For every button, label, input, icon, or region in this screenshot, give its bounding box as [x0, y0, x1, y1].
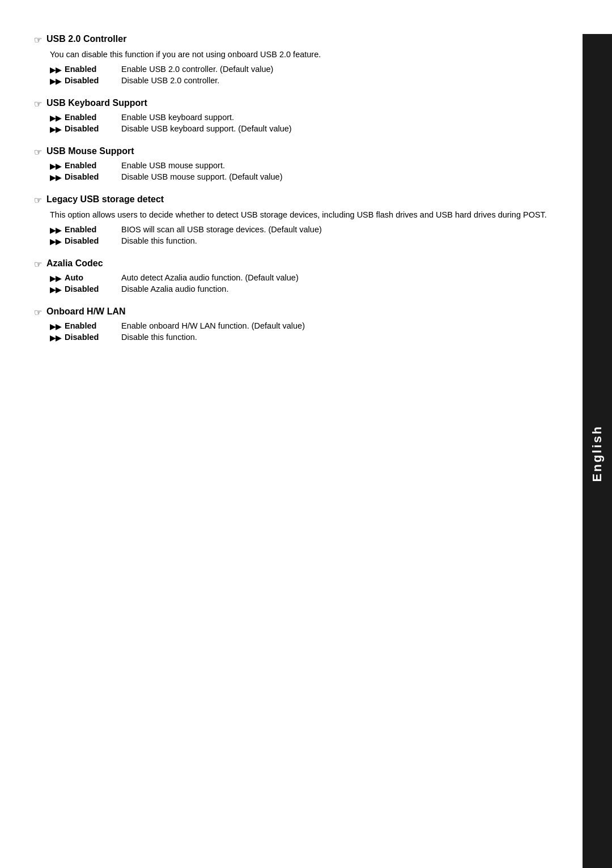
list-item-key: Enabled	[65, 225, 121, 234]
section-description-usb-controller: You can disable this function if you are…	[50, 49, 567, 61]
list-item-key: Enabled	[65, 321, 121, 330]
section-header-usb-controller: ☞USB 2.0 Controller	[34, 34, 567, 45]
list-item-key: Enabled	[65, 65, 121, 74]
list-item-bullet: ▶▶	[50, 237, 61, 246]
section-icon-usb-keyboard: ☞	[34, 99, 42, 109]
section-header-legacy-usb: ☞Legacy USB storage detect	[34, 194, 567, 206]
list-item: ▶▶AutoAuto detect Azalia audio function.…	[50, 273, 567, 283]
list-item-value: Disable USB mouse support. (Default valu…	[121, 172, 283, 181]
option-list-legacy-usb: ▶▶EnabledBIOS will scan all USB storage …	[50, 225, 567, 246]
list-item-bullet: ▶▶	[50, 226, 61, 235]
list-item-key: Disabled	[65, 172, 121, 181]
section-header-usb-mouse: ☞USB Mouse Support	[34, 146, 567, 158]
section-legacy-usb: ☞Legacy USB storage detectThis option al…	[34, 194, 567, 246]
section-onboard-lan: ☞Onboard H/W LAN▶▶EnabledEnable onboard …	[34, 307, 567, 342]
section-title-usb-mouse: USB Mouse Support	[46, 146, 134, 156]
list-item-bullet: ▶▶	[50, 162, 61, 171]
option-list-azalia-codec: ▶▶AutoAuto detect Azalia audio function.…	[50, 273, 567, 294]
main-content: ☞USB 2.0 ControllerYou can disable this …	[34, 34, 567, 389]
list-item-value: Disable USB 2.0 controller.	[121, 76, 219, 85]
list-item-key: Disabled	[65, 333, 121, 342]
list-item-value: Enable USB keyboard support.	[121, 113, 234, 122]
list-item-bullet: ▶▶	[50, 77, 61, 86]
section-header-usb-keyboard: ☞USB Keyboard Support	[34, 98, 567, 109]
list-item-bullet: ▶▶	[50, 114, 61, 122]
list-item: ▶▶EnabledEnable USB mouse support.	[50, 161, 567, 171]
list-item-value: Disable this function.	[121, 333, 197, 342]
list-item-bullet: ▶▶	[50, 274, 61, 283]
list-item-bullet: ▶▶	[50, 173, 61, 182]
section-title-usb-controller: USB 2.0 Controller	[46, 34, 126, 44]
page-container: English ☞USB 2.0 ControllerYou can disab…	[0, 34, 612, 868]
list-item: ▶▶EnabledEnable USB keyboard support.	[50, 113, 567, 122]
list-item: ▶▶EnabledEnable USB 2.0 controller. (Def…	[50, 65, 567, 74]
list-item-bullet: ▶▶	[50, 286, 61, 294]
list-item-bullet: ▶▶	[50, 125, 61, 134]
section-description-legacy-usb: This option allows users to decide wheth…	[50, 209, 567, 222]
section-icon-azalia-codec: ☞	[34, 259, 42, 270]
list-item-bullet: ▶▶	[50, 334, 61, 342]
list-item: ▶▶DisabledDisable Azalia audio function.	[50, 284, 567, 294]
section-icon-legacy-usb: ☞	[34, 195, 42, 206]
list-item: ▶▶DisabledDisable USB 2.0 controller.	[50, 76, 567, 86]
list-item-key: Disabled	[65, 284, 121, 293]
section-title-azalia-codec: Azalia Codec	[46, 258, 103, 269]
option-list-usb-mouse: ▶▶EnabledEnable USB mouse support.▶▶Disa…	[50, 161, 567, 182]
list-item-value: Disable USB keyboard support. (Default v…	[121, 124, 292, 133]
list-item: ▶▶DisabledDisable this function.	[50, 236, 567, 246]
section-icon-usb-mouse: ☞	[34, 147, 42, 158]
list-item: ▶▶DisabledDisable this function.	[50, 333, 567, 342]
section-header-onboard-lan: ☞Onboard H/W LAN	[34, 307, 567, 318]
list-item-key: Enabled	[65, 161, 121, 170]
list-item-bullet: ▶▶	[50, 66, 61, 74]
section-header-azalia-codec: ☞Azalia Codec	[34, 258, 567, 270]
side-tab: English	[583, 34, 612, 868]
section-icon-usb-controller: ☞	[34, 35, 42, 45]
list-item: ▶▶EnabledBIOS will scan all USB storage …	[50, 225, 567, 235]
list-item-value: Disable Azalia audio function.	[121, 284, 228, 293]
option-list-onboard-lan: ▶▶EnabledEnable onboard H/W LAN function…	[50, 321, 567, 342]
list-item: ▶▶DisabledDisable USB mouse support. (De…	[50, 172, 567, 182]
list-item-key: Enabled	[65, 113, 121, 122]
section-title-usb-keyboard: USB Keyboard Support	[46, 98, 147, 108]
list-item-value: Enable USB 2.0 controller. (Default valu…	[121, 65, 273, 74]
list-item-value: Enable USB mouse support.	[121, 161, 225, 170]
section-usb-controller: ☞USB 2.0 ControllerYou can disable this …	[34, 34, 567, 86]
list-item-value: Auto detect Azalia audio function. (Defa…	[121, 273, 299, 282]
section-usb-mouse: ☞USB Mouse Support▶▶EnabledEnable USB mo…	[34, 146, 567, 182]
side-tab-label: English	[590, 425, 605, 482]
section-title-onboard-lan: Onboard H/W LAN	[46, 307, 126, 317]
section-usb-keyboard: ☞USB Keyboard Support▶▶EnabledEnable USB…	[34, 98, 567, 134]
list-item: ▶▶EnabledEnable onboard H/W LAN function…	[50, 321, 567, 331]
list-item-key: Disabled	[65, 124, 121, 133]
list-item-key: Disabled	[65, 236, 121, 245]
option-list-usb-controller: ▶▶EnabledEnable USB 2.0 controller. (Def…	[50, 65, 567, 86]
section-title-legacy-usb: Legacy USB storage detect	[46, 194, 164, 205]
list-item-value: Enable onboard H/W LAN function. (Defaul…	[121, 321, 305, 330]
list-item-bullet: ▶▶	[50, 322, 61, 331]
list-item-value: BIOS will scan all USB storage devices. …	[121, 225, 322, 234]
list-item: ▶▶DisabledDisable USB keyboard support. …	[50, 124, 567, 134]
list-item-key: Disabled	[65, 76, 121, 85]
list-item-key: Auto	[65, 273, 121, 282]
list-item-value: Disable this function.	[121, 236, 197, 245]
option-list-usb-keyboard: ▶▶EnabledEnable USB keyboard support.▶▶D…	[50, 113, 567, 134]
section-icon-onboard-lan: ☞	[34, 307, 42, 318]
section-azalia-codec: ☞Azalia Codec▶▶AutoAuto detect Azalia au…	[34, 258, 567, 294]
